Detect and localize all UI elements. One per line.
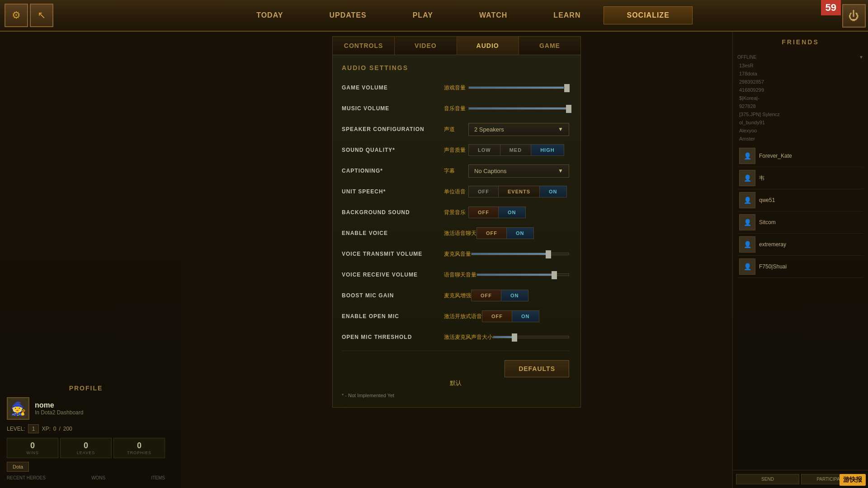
nav-updates[interactable]: UPDATES — [306, 6, 389, 24]
logo-badge: 游快报 — [840, 474, 866, 486]
enable-open-mic-off[interactable]: OFF — [482, 311, 512, 322]
bg-sound-off[interactable]: OFF — [469, 207, 499, 218]
list-item[interactable]: [375.JPN] Sylencz — [737, 110, 863, 118]
enable-open-mic-label-cn: 激活开放式语音 — [444, 313, 482, 320]
bg-sound-on[interactable]: ON — [499, 207, 525, 218]
speaker-config-arrow: ▼ — [558, 126, 563, 132]
boost-mic-on[interactable]: ON — [501, 290, 528, 301]
enable-voice-on[interactable]: ON — [507, 228, 533, 239]
boost-mic-label-group: BOOST MIC GAIN 麦克风增强 — [342, 292, 471, 300]
game-volume-slider[interactable] — [468, 83, 569, 92]
offline-section: OFFLINE ▼ 13esR 178dota 298392857 416809… — [733, 52, 868, 145]
list-item[interactable]: $|Korea|- — [737, 94, 863, 102]
list-item[interactable]: 416809299 — [737, 86, 863, 94]
friends-header: FRIENDS — [733, 32, 868, 52]
sound-quality-toggle: LOW MED HIGH — [468, 144, 564, 156]
boost-mic-off[interactable]: OFF — [472, 290, 501, 301]
list-item[interactable]: 178dota — [737, 70, 863, 78]
gear-button[interactable]: ⚙ — [5, 4, 28, 27]
speaker-config-value: 2 Speakers — [474, 126, 504, 133]
captioning-label-group: CAPTIONING* 字幕 — [342, 167, 468, 175]
defaults-button[interactable]: DEFAULTS — [505, 360, 569, 377]
xp-value: 0 — [53, 426, 57, 432]
music-volume-label-cn: 音乐音量 — [444, 105, 466, 113]
enable-open-mic-on[interactable]: ON — [512, 311, 539, 322]
list-item[interactable]: 298392857 — [737, 78, 863, 86]
nav-play[interactable]: PLAY — [390, 6, 456, 24]
friend-avatar: 👤 — [739, 148, 755, 164]
voice-receive-label-cn: 语音聊天音量 — [444, 271, 476, 279]
settings-title: AUDIO SETTINGS — [342, 64, 569, 71]
voice-transmit-row: VOICE TRANSMIT VOLUME 麦克风音量 — [342, 247, 569, 261]
bg-sound-label-group: BACKGROUND SOUND 背景音乐 — [342, 209, 468, 216]
game-volume-row: GAME VOLUME 游戏音量 — [342, 80, 569, 95]
game-volume-label-group: GAME VOLUME 游戏音量 — [342, 84, 468, 92]
enable-open-mic-label-group: ENABLE OPEN MIC 激活开放式语音 — [342, 313, 482, 320]
sound-quality-med[interactable]: MED — [500, 145, 531, 155]
items-label: ITEMS — [151, 475, 165, 480]
defaults-section: DEFAULTS 默认 — [342, 360, 569, 387]
voice-receive-slider[interactable] — [476, 270, 569, 279]
power-button[interactable]: ⏻ — [842, 4, 866, 28]
open-mic-threshold-label-group: OPEN MIC THRESHOLD 激活麦克风声音大小 — [342, 333, 493, 341]
open-mic-threshold-label: OPEN MIC THRESHOLD — [342, 334, 441, 340]
unit-speech-toggle: OFF EVENTS ON — [468, 186, 567, 197]
friend-extremeray[interactable]: 👤 extremeray — [737, 234, 863, 256]
music-volume-label-group: MUSIC VOLUME 音乐音量 — [342, 105, 468, 113]
music-volume-slider[interactable] — [468, 104, 569, 113]
enable-voice-label: ENABLE VOICE — [342, 230, 441, 236]
send-button[interactable]: SEND — [736, 474, 799, 484]
boost-mic-label: BOOST MIC GAIN — [342, 292, 441, 299]
enable-voice-label-cn: 激活语音聊天 — [444, 230, 476, 237]
unit-speech-events[interactable]: EVENTS — [499, 186, 540, 197]
friend-f750shuai[interactable]: 👤 F750|Shuai — [737, 256, 863, 278]
friend-qwe51[interactable]: 👤 qwe51 — [737, 189, 863, 211]
tab-video[interactable]: VIDEO — [395, 37, 457, 55]
enable-voice-off[interactable]: OFF — [477, 228, 507, 239]
list-item[interactable]: 13esR — [737, 61, 863, 70]
open-mic-threshold-slider[interactable] — [493, 333, 569, 342]
nav-learn[interactable]: LEARN — [530, 6, 604, 24]
voice-transmit-label-group: VOICE TRANSMIT VOLUME 麦克风音量 — [342, 250, 471, 258]
list-item[interactable]: Amster — [737, 135, 863, 143]
friend-name: F750|Shuai — [759, 263, 862, 270]
enable-open-mic-label: ENABLE OPEN MIC — [342, 313, 441, 319]
nav-today[interactable]: TODAY — [233, 6, 306, 24]
list-item[interactable]: ol_bundy91 — [737, 118, 863, 127]
unit-speech-row: UNIT SPEECH* 单位语音 OFF EVENTS ON — [342, 184, 569, 199]
sound-quality-low[interactable]: LOW — [469, 145, 500, 155]
dota-tab[interactable]: Dota — [7, 462, 29, 472]
open-mic-threshold-row: OPEN MIC THRESHOLD 激活麦克风声音大小 — [342, 330, 569, 344]
top-icons: ⚙ ↖ — [0, 0, 58, 31]
main-content: PROFILE 🧙 nome In Dota2 Dashboard LEVEL:… — [0, 32, 868, 488]
settings-tabs: CONTROLS VIDEO AUDIO GAME — [332, 36, 581, 55]
stat-trophies-num: 0 — [116, 441, 163, 450]
online-friends-list: 👤 Forever_Kate 👤 韦 👤 qwe51 👤 Sitcom 👤 ex… — [733, 145, 868, 278]
top-bar: ⚙ ↖ TODAY UPDATES PLAY WATCH LEARN SOCIA… — [0, 0, 868, 32]
list-item[interactable]: 927828 — [737, 102, 863, 110]
stat-wins: 0 WINS — [7, 438, 58, 458]
nav-watch[interactable]: WATCH — [456, 6, 530, 24]
unit-speech-off[interactable]: OFF — [469, 186, 499, 197]
list-item[interactable]: Alexyoo — [737, 127, 863, 135]
cursor-button[interactable]: ↖ — [30, 4, 53, 27]
bg-sound-label: BACKGROUND SOUND — [342, 209, 441, 216]
friend-sitcom[interactable]: 👤 Sitcom — [737, 211, 863, 234]
captioning-dropdown[interactable]: No Captions ▼ — [468, 164, 569, 178]
nav-tabs: TODAY UPDATES PLAY WATCH LEARN SOCIALIZE — [58, 6, 868, 24]
voice-transmit-slider[interactable] — [471, 249, 569, 258]
friend-wei[interactable]: 👤 韦 — [737, 167, 863, 189]
nav-socialize[interactable]: SOCIALIZE — [604, 6, 692, 24]
friends-title: FRIENDS — [740, 38, 861, 46]
tab-controls[interactable]: CONTROLS — [333, 37, 395, 55]
stats-grid: 0 WINS 0 LEAVES 0 TROPHIES — [7, 438, 165, 458]
sound-quality-label-cn: 声音质量 — [444, 146, 466, 154]
tab-game[interactable]: GAME — [519, 37, 580, 55]
friend-forever-kate[interactable]: 👤 Forever_Kate — [737, 145, 863, 167]
unit-speech-on[interactable]: ON — [540, 186, 566, 197]
speaker-config-dropdown[interactable]: 2 Speakers ▼ — [468, 123, 569, 136]
sound-quality-high[interactable]: HIGH — [531, 145, 564, 155]
tab-audio[interactable]: AUDIO — [457, 37, 519, 55]
game-volume-label: GAME VOLUME — [342, 84, 441, 91]
unit-speech-label-group: UNIT SPEECH* 单位语音 — [342, 188, 468, 196]
